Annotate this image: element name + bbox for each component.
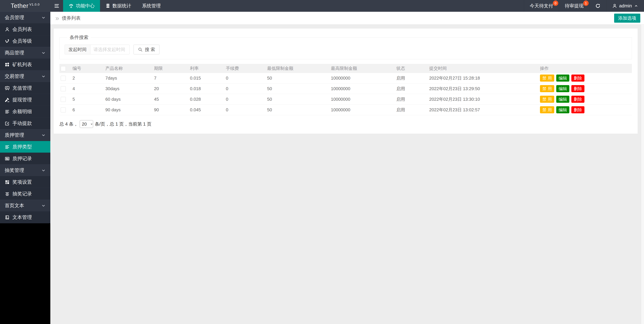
nav-tab-label: 数据统计 xyxy=(112,3,131,9)
sidebar-group-label: 会员管理 xyxy=(5,14,24,21)
sidebar-item-member-level[interactable]: 会员等级 xyxy=(0,35,50,47)
sidebar-group-product-management[interactable]: 商品管理 xyxy=(0,47,50,59)
nav-tab-function-center[interactable]: 功能中心 xyxy=(63,0,100,12)
row-actions: 禁 用 编辑 删除 xyxy=(540,106,630,113)
pending-withdraw-label: 待审提现 xyxy=(565,3,584,9)
breadcrumb: » 债券列表 添加选项 xyxy=(50,12,644,25)
table-row: 2 7days 7 0.015 0 50 10000000 启用 2022年02… xyxy=(60,73,632,83)
chevron-down-icon xyxy=(41,203,46,208)
row-checkbox[interactable] xyxy=(61,97,66,102)
sidebar-item-miner-list[interactable]: 矿机列表 xyxy=(0,59,50,71)
sidebar-group-label: 首页文本 xyxy=(5,202,24,209)
sidebar-item-label: 会员列表 xyxy=(12,26,32,33)
row-actions: 禁 用 编辑 删除 xyxy=(540,96,630,103)
delete-button[interactable]: 删除 xyxy=(571,75,584,82)
search-button[interactable]: 搜 索 xyxy=(134,45,160,54)
header-status: 状态 xyxy=(395,64,428,73)
row-checkbox[interactable] xyxy=(61,76,66,81)
cell-id: 4 xyxy=(71,83,104,94)
user-icon xyxy=(5,27,10,32)
cell-status: 启用 xyxy=(395,105,428,115)
list-icon xyxy=(5,144,10,149)
cell-submit-time: 2022年02月27日 15:28:18 xyxy=(428,73,538,83)
nav-tab-system-management[interactable]: 系统管理 xyxy=(136,0,166,12)
sidebar-group-trade-management[interactable]: 交易管理 xyxy=(0,71,50,82)
sidebar-item-recharge-management[interactable]: 充值管理 xyxy=(0,82,50,94)
disable-button[interactable]: 禁 用 xyxy=(540,106,554,113)
nav-tab-data-statistics[interactable]: 数据统计 xyxy=(100,0,136,12)
sidebar-group-member-management[interactable]: 会员管理 xyxy=(0,12,50,24)
add-option-button[interactable]: 添加选项 xyxy=(614,14,640,23)
newspaper-icon xyxy=(5,156,10,161)
list-icon xyxy=(5,109,10,114)
sidebar-group-homepage-text[interactable]: 首页文本 xyxy=(0,200,50,211)
pending-withdraw[interactable]: 待审提现 1 xyxy=(559,0,589,12)
cell-status: 启用 xyxy=(395,83,428,94)
sidebar-item-label: 文本管理 xyxy=(12,214,32,221)
cell-min-limit: 50 xyxy=(266,73,330,83)
vertical-scrollbar[interactable] xyxy=(641,25,644,324)
grid-icon xyxy=(5,180,10,185)
delete-button[interactable]: 删除 xyxy=(571,106,584,113)
disable-button[interactable]: 禁 用 xyxy=(540,85,554,92)
sidebar-item-pledge-type[interactable]: 质押类型 xyxy=(0,141,50,153)
edit-button[interactable]: 编辑 xyxy=(556,75,569,82)
edit-button[interactable]: 编辑 xyxy=(556,106,569,113)
sidebar-group-label: 质押管理 xyxy=(5,132,24,139)
cell-fee: 0 xyxy=(224,83,266,94)
sidebar-item-manual-withdraw[interactable]: 手动提款 xyxy=(0,118,50,129)
disable-button[interactable]: 禁 用 xyxy=(540,75,554,82)
sidebar-item-member-list[interactable]: 会员列表 xyxy=(0,24,50,35)
header-operations: 操作 xyxy=(538,64,632,73)
cell-product-name: 60 days xyxy=(104,94,153,105)
row-checkbox[interactable] xyxy=(61,107,66,113)
sidebar-group-lottery-management[interactable]: 抽奖管理 xyxy=(0,165,50,176)
start-time-input[interactable] xyxy=(90,45,130,54)
select-all-checkbox[interactable] xyxy=(61,66,66,71)
cell-submit-time: 2022年02月23日 13:29:50 xyxy=(428,83,538,94)
cell-rate: 0.028 xyxy=(188,94,224,105)
search-icon xyxy=(138,47,143,52)
start-time-label: 发起时间 xyxy=(64,45,90,54)
page-size-select[interactable]: 20 xyxy=(80,120,93,128)
top-navbar: Tether V1.0.0 功能中心 数据统计 系统管理 今天待支付 xyxy=(0,0,644,12)
refresh-button[interactable] xyxy=(589,0,606,12)
edit-icon xyxy=(5,121,10,126)
search-panel-legend: 条件搜索 xyxy=(67,34,91,41)
today-pending-pay[interactable]: 今天待支付 0 xyxy=(524,0,559,12)
delete-button[interactable]: 删除 xyxy=(571,96,584,103)
cell-min-limit: 50 xyxy=(266,83,330,94)
header-fee: 手续费 xyxy=(224,64,266,73)
edit-button[interactable]: 编辑 xyxy=(556,96,569,103)
row-checkbox[interactable] xyxy=(61,86,66,91)
chevron-down-icon xyxy=(41,168,46,173)
sidebar-item-prize-settings[interactable]: 奖项设置 xyxy=(0,176,50,188)
sidebar-item-text-management[interactable]: 文本管理 xyxy=(0,211,50,223)
sidebar-toggle-button[interactable] xyxy=(50,0,63,12)
list-icon xyxy=(5,191,10,196)
user-icon xyxy=(612,3,617,9)
cell-submit-time: 2022年02月23日 13:02:57 xyxy=(428,105,538,115)
sidebar-group-label: 抽奖管理 xyxy=(5,167,24,174)
sidebar-item-label: 手动提款 xyxy=(12,120,32,127)
cell-product-name: 90 days xyxy=(104,105,153,115)
user-menu[interactable]: admin xyxy=(606,0,644,12)
cell-product-name: 7days xyxy=(104,73,153,83)
table-header-row: 编号 产品名称 期限 利率 手续费 最低限制金额 最高限制金额 状态 提交时间 … xyxy=(60,64,632,73)
edit-button[interactable]: 编辑 xyxy=(556,85,569,92)
sidebar-item-lottery-record[interactable]: 抽奖记录 xyxy=(0,188,50,200)
cell-max-limit: 10000000 xyxy=(330,73,395,83)
sidebar-item-pledge-record[interactable]: 质押记录 xyxy=(0,153,50,165)
cell-id: 6 xyxy=(71,105,104,115)
today-pending-pay-label: 今天待支付 xyxy=(530,3,553,9)
content-card: 条件搜索 发起时间 搜 索 xyxy=(54,29,638,134)
header-term: 期限 xyxy=(153,64,188,73)
sidebar-item-withdraw-management[interactable]: 提现管理 xyxy=(0,94,50,106)
refresh-icon xyxy=(595,3,600,9)
sidebar-group-pledge-management[interactable]: 质押管理 xyxy=(0,129,50,141)
scale-icon xyxy=(68,3,74,9)
delete-button[interactable]: 删除 xyxy=(571,85,584,92)
disable-button[interactable]: 禁 用 xyxy=(540,96,554,103)
header-min-limit: 最低限制金额 xyxy=(266,64,330,73)
sidebar-item-balance-detail[interactable]: 余额明细 xyxy=(0,106,50,118)
